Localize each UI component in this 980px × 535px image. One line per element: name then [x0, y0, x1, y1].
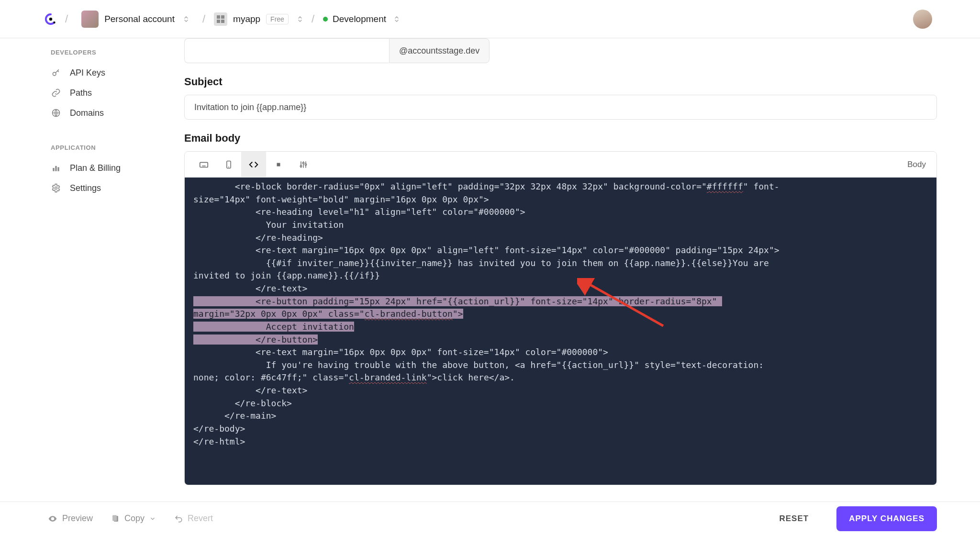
- breadcrumb-separator: /: [202, 13, 205, 25]
- globe-icon: [51, 108, 61, 118]
- sidebar-item-paths[interactable]: Paths: [51, 83, 184, 103]
- annotation-arrow-icon: [577, 278, 673, 335]
- sidebar-item-plan-billing[interactable]: Plan & Billing: [51, 158, 184, 178]
- reset-button[interactable]: RESET: [769, 508, 818, 529]
- sidebar-item-domains[interactable]: Domains: [51, 103, 184, 123]
- sidebar-section-developers: DEVELOPERS: [51, 49, 184, 56]
- bars-icon: [51, 163, 61, 173]
- link-icon: [51, 88, 61, 98]
- from-local-input[interactable]: [184, 38, 389, 63]
- plan-badge: Free: [266, 14, 289, 24]
- subject-input[interactable]: [184, 95, 937, 120]
- svg-point-2: [53, 72, 56, 76]
- status-dot-icon: [323, 17, 328, 22]
- svg-rect-10: [277, 163, 280, 166]
- sidebar-item-settings[interactable]: Settings: [51, 178, 184, 198]
- app-name: myapp: [233, 14, 260, 24]
- sidebar: DEVELOPERS API Keys Paths Domains APPLIC…: [0, 38, 184, 502]
- sidebar-item-label: API Keys: [70, 68, 105, 78]
- chevron-updown-icon: [183, 15, 189, 23]
- sidebar-section-application: APPLICATION: [51, 144, 184, 151]
- topbar: / Personal account / myapp Free / Develo…: [0, 0, 980, 38]
- toolbar-device-button[interactable]: [216, 152, 241, 178]
- gear-icon: [51, 183, 61, 193]
- sidebar-item-label: Domains: [70, 108, 104, 118]
- svg-point-11: [300, 165, 301, 167]
- key-icon: [51, 67, 61, 78]
- svg-point-1: [53, 21, 55, 23]
- svg-rect-5: [55, 166, 56, 171]
- svg-point-0: [49, 17, 52, 20]
- account-switcher[interactable]: Personal account: [77, 8, 194, 31]
- footer-bar: Preview Copy Revert RESET APPLY CHANGES: [0, 502, 980, 535]
- email-body-editor: Body <re-block border-radius="0px" align…: [184, 151, 937, 485]
- copy-button[interactable]: Copy: [111, 513, 156, 524]
- sidebar-item-label: Paths: [70, 88, 92, 98]
- svg-rect-8: [200, 162, 208, 167]
- svg-rect-6: [57, 167, 59, 171]
- apply-changes-button[interactable]: APPLY CHANGES: [836, 506, 937, 531]
- svg-point-7: [55, 187, 57, 189]
- chevron-updown-icon: [394, 15, 400, 23]
- toolbar-stop-button[interactable]: [266, 152, 291, 178]
- preview-button[interactable]: Preview: [48, 513, 93, 524]
- environment-switcher[interactable]: Development: [323, 14, 400, 24]
- code-textarea[interactable]: <re-block border-radius="0px" align="lef…: [185, 178, 936, 485]
- user-avatar[interactable]: [913, 10, 932, 29]
- sidebar-item-label: Plan & Billing: [70, 163, 121, 173]
- chevron-updown-icon: [297, 15, 303, 23]
- toolbar-section-label[interactable]: Body: [907, 160, 930, 169]
- svg-rect-16: [112, 515, 117, 521]
- environment-label: Development: [333, 14, 386, 24]
- toolbar-sliders-button[interactable]: [291, 152, 316, 178]
- svg-point-13: [305, 164, 306, 165]
- app-icon: [214, 12, 227, 26]
- main-panel: @accountsstage.dev Subject Email body: [184, 38, 980, 502]
- breadcrumb-separator: /: [312, 13, 314, 25]
- from-row: @accountsstage.dev: [184, 38, 937, 63]
- revert-button[interactable]: Revert: [174, 513, 213, 524]
- toolbar-keyboard-button[interactable]: [191, 152, 216, 178]
- subject-label: Subject: [184, 76, 937, 88]
- app-switcher[interactable]: myapp Free: [214, 12, 303, 26]
- toolbar-code-button[interactable]: [241, 152, 266, 178]
- chevron-down-icon: [149, 515, 156, 522]
- sidebar-item-label: Settings: [70, 183, 101, 193]
- editor-toolbar: Body: [185, 152, 936, 178]
- account-label: Personal account: [104, 14, 175, 24]
- from-domain-suffix: @accountsstage.dev: [389, 38, 490, 63]
- breadcrumb-separator: /: [65, 13, 68, 25]
- svg-point-12: [302, 162, 304, 164]
- brand-logo[interactable]: [45, 13, 56, 25]
- sidebar-item-api-keys[interactable]: API Keys: [51, 63, 184, 83]
- svg-rect-4: [53, 168, 54, 171]
- body-label: Email body: [184, 132, 937, 145]
- account-avatar: [81, 11, 99, 28]
